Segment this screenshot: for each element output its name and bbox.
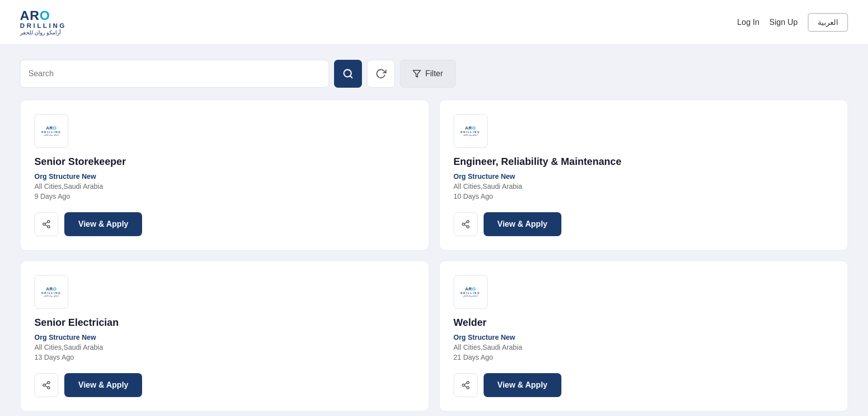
job-card-1: ARO DRILLING أرامكو روان للحفر Engineer,… [439,100,849,251]
share-icon [42,220,51,229]
svg-line-1 [350,76,352,78]
svg-line-12 [464,222,467,224]
job-card-0: ARO DRILLING أرامكو روان للحفر Senior St… [20,100,429,251]
header-nav: Log In Sign Up العربية [737,13,848,32]
filter-icon [412,69,421,78]
share-button-2[interactable] [34,373,58,397]
search-input[interactable] [28,69,321,78]
search-button[interactable] [334,60,362,88]
apply-button-0[interactable]: View & Apply [64,212,142,236]
company-logo-0: ARO DRILLING أرامكو روان للحفر [34,114,68,148]
job-title-1: Engineer, Reliability & Maintenance [454,156,834,167]
job-title-3: Welder [454,317,834,328]
search-icon [343,68,353,79]
job-org-0: Org Structure New [34,172,415,180]
logo-arabic: أرامكو روان للحفر [20,29,61,36]
search-input-wrap [20,60,329,88]
share-icon [42,381,51,390]
filter-button[interactable]: Filter [400,60,456,88]
card-actions-1: View & Apply [454,212,834,236]
arabic-button[interactable]: العربية [808,13,848,32]
apply-button-1[interactable]: View & Apply [484,212,561,236]
svg-line-21 [464,386,467,387]
company-logo-2: ARO DRILLING أرامكو روان للحفر [34,275,68,309]
job-card-3: ARO DRILLING أرامكو روان للحفر Welder Or… [439,261,849,412]
job-title-2: Senior Electrician [34,317,415,328]
svg-line-16 [45,386,47,387]
svg-line-17 [45,383,47,385]
job-date-2: 13 Days Ago [34,353,415,361]
card-actions-0: View & Apply [34,212,415,236]
job-location-1: All Cities,Saudi Arabia [454,182,834,190]
login-button[interactable]: Log In [737,18,759,27]
logo-drilling: DRILLING [20,22,66,29]
share-button-3[interactable] [454,373,478,397]
card-actions-3: View & Apply [454,373,834,397]
job-card-2: ARO DRILLING أرامكو روان للحفر Senior El… [20,261,429,412]
share-icon [461,220,470,229]
refresh-button[interactable] [367,60,395,88]
share-button-0[interactable] [34,212,58,236]
share-icon [461,381,470,390]
signup-button[interactable]: Sign Up [769,18,798,27]
job-date-1: 10 Days Ago [454,192,834,200]
svg-line-11 [464,225,467,226]
apply-button-2[interactable]: View & Apply [64,373,142,397]
search-bar: Filter [20,60,848,88]
filter-label: Filter [425,69,443,78]
jobs-grid: ARO DRILLING أرامكو روان للحفر Senior St… [20,100,848,412]
job-org-3: Org Structure New [454,333,834,341]
logo-aro: ARO [20,9,50,22]
share-button-1[interactable] [454,212,478,236]
logo: ARO DRILLING أرامكو روان للحفر [20,9,66,36]
company-logo-1: ARO DRILLING أرامكو روان للحفر [454,114,488,148]
job-org-2: Org Structure New [34,333,415,341]
svg-line-22 [464,383,467,385]
company-logo-3: ARO DRILLING أرامكو روان للحفر [454,275,488,309]
refresh-icon [375,68,386,79]
card-actions-2: View & Apply [34,373,415,397]
job-location-3: All Cities,Saudi Arabia [454,343,834,351]
main-content: Filter ARO DRILLING أرامكو روان للحفر Se… [0,45,868,416]
job-org-1: Org Structure New [454,172,834,180]
apply-button-3[interactable]: View & Apply [484,373,561,397]
job-title-0: Senior Storekeeper [34,156,415,167]
job-date-0: 9 Days Ago [34,192,415,200]
job-date-3: 21 Days Ago [454,353,834,361]
header: ARO DRILLING أرامكو روان للحفر Log In Si… [0,0,868,45]
job-location-0: All Cities,Saudi Arabia [34,182,415,190]
svg-line-7 [45,222,47,224]
svg-marker-2 [413,70,421,77]
svg-line-6 [45,225,47,226]
job-location-2: All Cities,Saudi Arabia [34,343,415,351]
